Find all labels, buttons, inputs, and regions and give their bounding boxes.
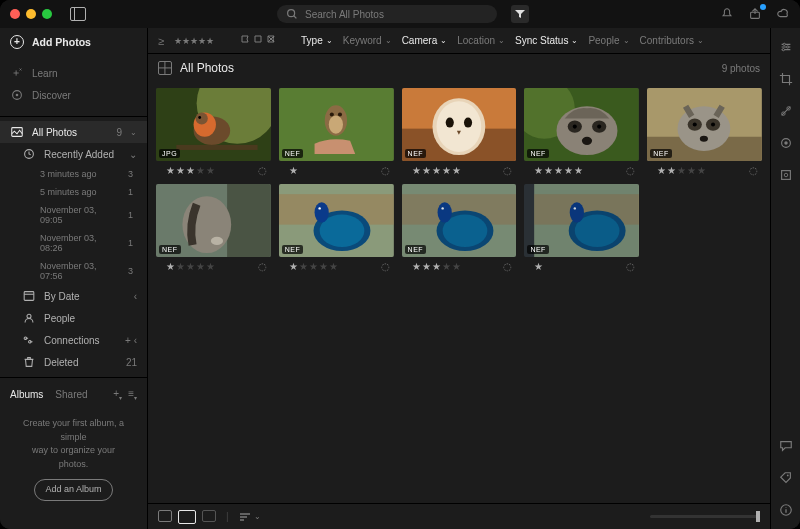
rating-stars[interactable]: ★★★★★ (657, 165, 707, 176)
photo-thumbnail[interactable]: NEF (279, 184, 394, 257)
photo-thumbnail[interactable]: NEF (647, 88, 762, 161)
filter-camera[interactable]: Camera⌄ (402, 35, 448, 46)
add-album-icon[interactable]: +▾ (113, 388, 122, 401)
recent-item-count: 1 (128, 187, 133, 197)
photo-card[interactable]: NEF ★★★★★ ◌ (402, 88, 517, 176)
rating-stars[interactable]: ★ (534, 261, 544, 272)
photo-thumbnail[interactable]: NEF (402, 184, 517, 257)
home-icon[interactable] (70, 7, 86, 21)
thumbnail-size-slider[interactable] (650, 515, 760, 518)
view-photo-grid-button[interactable] (158, 510, 172, 522)
keywords-icon[interactable] (779, 471, 793, 485)
rating-stars[interactable]: ★★★★★ (412, 165, 462, 176)
sidebar-by-date[interactable]: By Date ‹ (0, 285, 147, 307)
photo-thumbnail[interactable]: NEF (279, 88, 394, 161)
photo-thumbnail[interactable]: NEF (156, 184, 271, 257)
rating-stars[interactable]: ★★★★★ (166, 261, 216, 272)
add-photos-button[interactable]: + Add Photos (0, 28, 147, 56)
cloud-icon[interactable] (776, 7, 790, 21)
plus-icon: + (10, 35, 24, 49)
recently-added-item[interactable]: 5 minutes ago1 (0, 183, 147, 201)
svg-line-1 (294, 16, 297, 19)
app-body: + Add Photos Learn Discover All Photos 9… (0, 28, 800, 529)
minimize-button[interactable] (26, 9, 36, 19)
share-button[interactable] (748, 7, 762, 21)
photo-meta: ★★★★★ ◌ (156, 165, 271, 176)
photo-thumbnail[interactable]: NEF (524, 88, 639, 161)
photo-card[interactable]: NEF ★★★★★ ◌ (279, 184, 394, 272)
photo-meta: ★★★★★ ◌ (524, 165, 639, 176)
photos-icon (10, 125, 24, 139)
photo-thumbnail[interactable]: NEF (524, 184, 639, 257)
filter-keyword[interactable]: Keyword⌄ (343, 35, 392, 46)
maximize-button[interactable] (42, 9, 52, 19)
photo-card[interactable]: JPG ★★★★★ ◌ (156, 88, 271, 176)
format-badge: JPG (159, 149, 180, 158)
presets-icon[interactable] (779, 168, 793, 182)
shared-tab[interactable]: Shared (55, 389, 87, 400)
sidebar-recently-added[interactable]: Recently Added ⌄ (0, 143, 147, 165)
sync-status-icon: ◌ (503, 165, 512, 176)
rating-filter-none[interactable]: ≥ (158, 35, 164, 47)
view-square-grid-button[interactable] (178, 510, 196, 524)
photo-card[interactable]: NEF ★ ◌ (524, 184, 639, 272)
close-button[interactable] (10, 9, 20, 19)
recent-item-count: 1 (128, 238, 133, 248)
healing-icon[interactable] (779, 104, 793, 118)
sidebar-deleted[interactable]: Deleted 21 (0, 351, 147, 373)
filter-sync-status[interactable]: Sync Status⌄ (515, 35, 578, 46)
filter-type[interactable]: Type⌄ (301, 35, 333, 46)
photo-thumbnail[interactable]: JPG (156, 88, 271, 161)
sidebar-people[interactable]: People (0, 307, 147, 329)
comments-icon[interactable] (779, 439, 793, 453)
rating-stars[interactable]: ★★★★★ (534, 165, 584, 176)
adjust-icon[interactable] (779, 40, 793, 54)
photo-card[interactable]: NEF ★★★★★ ◌ (647, 88, 762, 176)
photo-card[interactable]: NEF ★★★★★ ◌ (524, 88, 639, 176)
flag-unflagged-icon[interactable] (253, 35, 264, 46)
photo-thumbnail[interactable]: NEF (402, 88, 517, 161)
rating-stars[interactable]: ★★★★★ (166, 165, 216, 176)
sync-status-icon: ◌ (381, 165, 390, 176)
sort-albums-icon[interactable]: ≡▾ (128, 388, 137, 401)
recently-added-list: 3 minutes ago35 minutes ago1November 03,… (0, 165, 147, 285)
connections-icon (22, 333, 36, 347)
add-album-button[interactable]: Add an Album (34, 479, 112, 501)
flag-pick-icon[interactable] (240, 35, 251, 46)
albums-tab[interactable]: Albums (10, 389, 43, 400)
sort-button[interactable]: ⌄ (239, 512, 261, 522)
by-date-label: By Date (44, 291, 80, 302)
recently-added-item[interactable]: November 03, 09:051 (0, 201, 147, 229)
sparkle-icon (10, 66, 24, 80)
filter-contributors[interactable]: Contributors⌄ (640, 35, 704, 46)
filter-location[interactable]: Location⌄ (457, 35, 505, 46)
rating-filter-stars[interactable]: ★★★★★ (174, 36, 214, 46)
bell-icon[interactable] (720, 7, 734, 21)
recently-added-item[interactable]: 3 minutes ago3 (0, 165, 147, 183)
search-filter-button[interactable] (511, 5, 529, 23)
rating-stars[interactable]: ★★★★★ (289, 261, 339, 272)
photo-card[interactable]: NEF ★ ◌ (279, 88, 394, 176)
svg-point-4 (16, 94, 19, 97)
view-compare-button[interactable] (202, 510, 216, 522)
flag-reject-icon[interactable] (266, 35, 277, 46)
rating-stars[interactable]: ★ (289, 165, 299, 176)
photo-card[interactable]: NEF ★★★★★ ◌ (402, 184, 517, 272)
rating-stars[interactable]: ★★★★★ (412, 261, 462, 272)
svg-point-0 (288, 10, 295, 17)
masking-icon[interactable] (779, 136, 793, 150)
sidebar-connections[interactable]: Connections + ‹ (0, 329, 147, 351)
photo-meta: ★★★★★ ◌ (402, 261, 517, 272)
crop-icon[interactable] (779, 72, 793, 86)
sidebar-learn[interactable]: Learn (0, 62, 147, 84)
recently-added-item[interactable]: November 03, 07:563 (0, 257, 147, 285)
format-badge: NEF (527, 245, 549, 254)
sidebar-all-photos[interactable]: All Photos 9 ⌄ (0, 121, 147, 143)
search-input[interactable]: Search All Photos (277, 5, 497, 23)
people-label: People (44, 313, 75, 324)
recently-added-item[interactable]: November 03, 08:261 (0, 229, 147, 257)
sidebar-discover[interactable]: Discover (0, 84, 147, 106)
photo-card[interactable]: NEF ★★★★★ ◌ (156, 184, 271, 272)
info-icon[interactable] (779, 503, 793, 517)
filter-people[interactable]: People⌄ (588, 35, 629, 46)
